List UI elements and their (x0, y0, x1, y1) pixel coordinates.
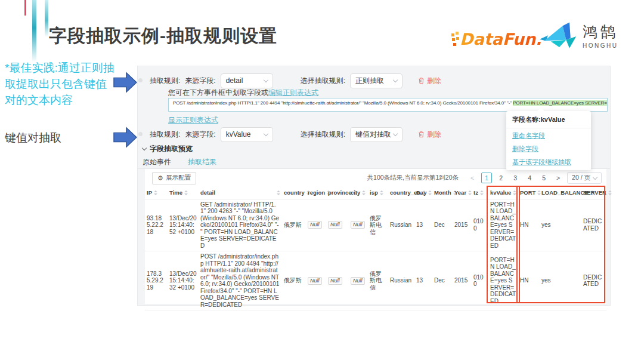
right-arrow-icon (113, 125, 137, 149)
gear-icon: ⚙ (157, 175, 163, 182)
rule-type-select[interactable]: 键值对抽取 (350, 127, 402, 142)
chevron-down-icon (263, 131, 268, 136)
source-field-label: 来源字段: (185, 76, 215, 86)
field-context-menu: 字段名称:kvValue 重命名字段 删除字段 基于该字段继续抽取 (506, 111, 591, 170)
source-field-select[interactable]: kvValue (221, 127, 273, 142)
col-isp[interactable]: isp (368, 187, 388, 199)
tab-original-events[interactable]: 原始事件 (143, 156, 171, 168)
rename-field-link[interactable]: 重命名字段 (506, 128, 591, 141)
col-country[interactable]: country (282, 187, 306, 199)
results-summary: 共100条结果,当前显示第1到20条 (367, 174, 459, 182)
null-badge: Null (308, 221, 322, 229)
page-button-1[interactable]: 1 (481, 173, 492, 183)
preview-section-title: 字段抽取预览 (150, 144, 193, 154)
cell-isp: 俄罗斯电信 (368, 251, 388, 310)
cell-ip: 178.35.29.219 (145, 251, 168, 310)
results-card: ⚙ 展示配置 共100条结果,当前显示第1到20条 < 1 2 3 4 5 > … (145, 169, 606, 304)
teal-accent-bar (32, 0, 36, 62)
teal-accent-bar (45, 0, 48, 37)
chevron-down-icon (593, 174, 597, 179)
delete-rule-button[interactable]: 删除 (418, 76, 441, 86)
sample-log-text: POST /administrator/index.php HTTP/1.1" … (173, 100, 513, 106)
select-value: detail (226, 76, 243, 85)
pagination: 共100条结果,当前显示第1到20条 < 1 2 3 4 5 > 20 / 页 (367, 172, 602, 184)
null-badge: Null (308, 277, 322, 285)
cell-city: Null (349, 199, 368, 251)
col-time[interactable]: Time (168, 187, 199, 199)
config-row: ⚙ 展示配置 共100条结果,当前显示第1到20条 < 1 2 3 4 5 > … (145, 169, 606, 187)
extract-from-field-link[interactable]: 基于该字段继续抽取 (506, 155, 591, 168)
table-row: 93.185.22.218 13/Dec/2015:14:40:52 +0100… (145, 199, 606, 251)
page-button-5[interactable]: 5 (538, 173, 549, 183)
cell-month: Dec (432, 199, 453, 251)
sort-icon[interactable] (468, 189, 472, 197)
rule-type-select[interactable]: 正则抽取 (350, 73, 402, 88)
edit-regex-link[interactable]: 编辑正则表达式 (268, 88, 318, 97)
field-name-label: 字段名称:kvValue (506, 111, 591, 128)
cell-region: Null (306, 199, 326, 251)
sort-icon[interactable] (537, 189, 541, 197)
sort-icon[interactable] (480, 189, 484, 197)
cell-time: 13/Dec/2015:14:40:52 +0100 (168, 199, 199, 251)
sort-icon[interactable] (362, 189, 366, 197)
sort-icon[interactable] (380, 189, 383, 197)
col-server[interactable]: SERVER (581, 187, 606, 199)
trash-icon (418, 131, 425, 138)
red-accent-bar (24, 0, 26, 16)
delete-rule-button[interactable]: 删除 (418, 130, 441, 140)
sample-log-highlight[interactable]: PORT=HN LOAD_BALANCE=yes SERVER=DEDICATE… (513, 100, 608, 106)
page-size-value: 20 / 页 (572, 174, 590, 182)
next-page-button[interactable]: > (553, 173, 564, 183)
tab-extraction-results[interactable]: 抽取结果 (188, 156, 216, 168)
honghu-en-label: HONGHU (583, 42, 618, 49)
col-month[interactable]: Month (432, 187, 453, 199)
sort-icon[interactable] (277, 189, 280, 197)
cell-country-en: Russian (388, 199, 414, 251)
col-kvvalue[interactable]: kvValue (488, 187, 518, 199)
col-port[interactable]: PORT (518, 187, 540, 199)
show-regex-link[interactable]: 显示正则表达式 (168, 115, 218, 125)
results-table: IP Time detail country region province c… (145, 187, 606, 310)
datafun-logo: DataFun. (450, 30, 542, 48)
rule-type-label: 选择抽取规则: (301, 130, 345, 140)
col-detail[interactable]: detail (199, 187, 282, 199)
source-field-select[interactable]: detail (221, 73, 273, 88)
sort-icon[interactable] (608, 189, 612, 197)
page-button-3[interactable]: 3 (510, 173, 521, 183)
sort-icon[interactable] (513, 189, 516, 197)
sort-icon[interactable] (184, 189, 188, 197)
rule-type-label: 选择抽取规则: (301, 76, 345, 86)
rule-marker-dot (138, 132, 143, 136)
col-country-en[interactable]: country_en (388, 187, 414, 199)
delete-label: 删除 (427, 130, 441, 140)
col-load-balance[interactable]: LOAD_BALANCE (540, 187, 581, 199)
null-badge: Null (351, 277, 365, 285)
delete-label: 删除 (427, 76, 441, 86)
select-value: kvValue (226, 130, 251, 139)
col-ip[interactable]: IP (145, 187, 168, 199)
cell-day: 13 (414, 199, 432, 251)
display-config-button[interactable]: ⚙ 展示配置 (152, 172, 196, 184)
cell-server: DEDICATED (581, 199, 606, 251)
datafun-wordmark: DataFun. (460, 30, 542, 48)
cell-province: Null (326, 251, 349, 310)
prev-page-button[interactable]: < (467, 173, 478, 183)
delete-field-link[interactable]: 删除字段 (506, 141, 591, 155)
cell-port: HN (518, 251, 540, 310)
sort-icon[interactable] (154, 189, 157, 197)
null-badge: Null (328, 277, 342, 285)
extraction-rule-row-1: 抽取规则: 来源字段: detail 选择抽取规则: 正则抽取 删除 (150, 73, 605, 88)
page-button-4[interactable]: 4 (524, 173, 535, 183)
preview-section-header[interactable]: 字段抽取预览 (143, 144, 193, 154)
sort-icon[interactable] (428, 189, 432, 197)
col-tz[interactable]: tz (472, 187, 488, 199)
rule-marker-dot (138, 78, 143, 82)
page-button-2[interactable]: 2 (496, 173, 506, 183)
col-city[interactable]: city (349, 187, 368, 199)
cell-year: 2015 (453, 199, 472, 251)
best-practice-note: *最佳实践:通过正则抽取提取出只包含键值对的文本内容 (5, 60, 114, 108)
null-badge: Null (351, 221, 365, 229)
page-title: 字段抽取示例-抽取规则设置 (49, 24, 277, 48)
table-header-row: IP Time detail country region province c… (145, 187, 606, 199)
page-size-select[interactable]: 20 / 页 (567, 172, 602, 184)
